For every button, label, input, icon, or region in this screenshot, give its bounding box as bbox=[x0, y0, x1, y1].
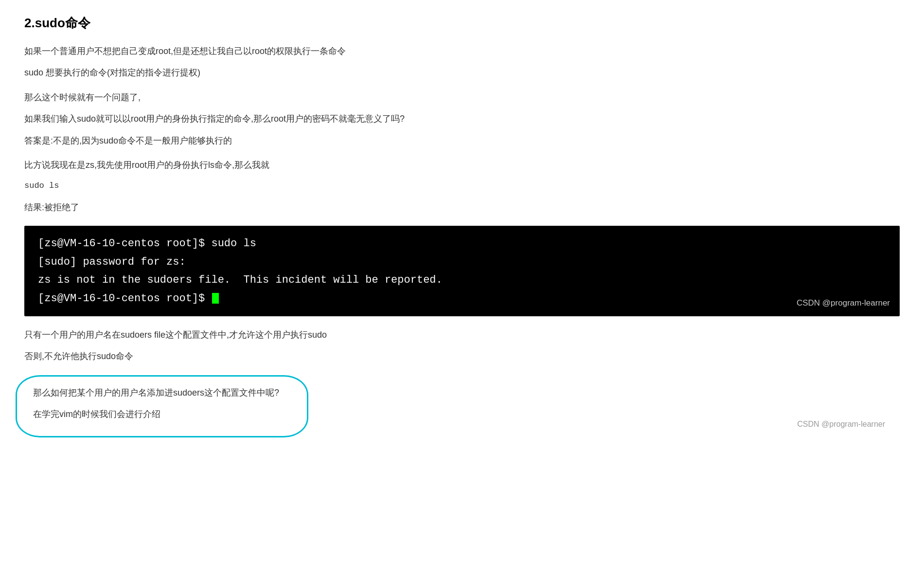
highlight-oval-container: 那么如何把某个用户的用户名添加进sudoers这个配置文件中呢? 在学完vim的… bbox=[24, 379, 294, 434]
example-block: 比方说我现在是zs,我先使用root用户的身份执行ls命令,那么我就 sudo … bbox=[24, 157, 900, 215]
intro-block: 如果一个普通用户不想把自己变成root,但是还想让我自己以root的权限执行一条… bbox=[24, 43, 900, 81]
terminal-line-4: [zs@VM-16-10-centos root]$ bbox=[38, 290, 886, 308]
paragraph-11: 那么如何把某个用户的用户名添加进sudoers这个配置文件中呢? bbox=[33, 385, 279, 400]
paragraph-5: 答案是:不是的,因为sudo命令不是一般用户能够执行的 bbox=[24, 133, 900, 148]
paragraph-8: 结果:被拒绝了 bbox=[24, 199, 900, 215]
terminal-line-2: [sudo] password for zs: bbox=[38, 253, 886, 271]
paragraph-6: 比方说我现在是zs,我先使用root用户的身份执行ls命令,那么我就 bbox=[24, 157, 900, 173]
paragraph-12: 在学完vim的时候我们会进行介绍 bbox=[33, 406, 279, 422]
paragraph-2: sudo 想要执行的命令(对指定的指令进行提权) bbox=[24, 65, 900, 80]
paragraph-9: 只有一个用户的用户名在sudoers file这个配置文件中,才允许这个用户执行… bbox=[24, 327, 900, 343]
paragraph-4: 如果我们输入sudo就可以以root用户的身份执行指定的命令,那么root用户的… bbox=[24, 111, 900, 127]
sudoers-block: 只有一个用户的用户名在sudoers file这个配置文件中,才允许这个用户执行… bbox=[24, 327, 900, 364]
section-title: 2.sudo命令 bbox=[24, 15, 900, 32]
bottom-watermark: CSDN @program-learner bbox=[797, 420, 885, 429]
paragraph-10: 否则,不允许他执行sudo命令 bbox=[24, 348, 900, 364]
question-block: 那么这个时候就有一个问题了, 如果我们输入sudo就可以以root用户的身份执行… bbox=[24, 90, 900, 148]
terminal-watermark: CSDN @program-learner bbox=[797, 296, 890, 310]
terminal-line-3: zs is not in the sudoers file. This inci… bbox=[38, 271, 886, 289]
terminal-cursor bbox=[212, 293, 219, 304]
paragraph-3: 那么这个时候就有一个问题了, bbox=[24, 90, 900, 105]
terminal-line-1: [zs@VM-16-10-centos root]$ sudo ls bbox=[38, 235, 886, 253]
highlight-oval-content: 那么如何把某个用户的用户名添加进sudoers这个配置文件中呢? 在学完vim的… bbox=[24, 379, 294, 434]
page-container: 2.sudo命令 如果一个普通用户不想把自己变成root,但是还想让我自己以ro… bbox=[24, 15, 900, 434]
paragraph-7: sudo ls bbox=[24, 179, 900, 194]
paragraph-1: 如果一个普通用户不想把自己变成root,但是还想让我自己以root的权限执行一条… bbox=[24, 43, 900, 59]
terminal-block: [zs@VM-16-10-centos root]$ sudo ls [sudo… bbox=[24, 226, 900, 316]
